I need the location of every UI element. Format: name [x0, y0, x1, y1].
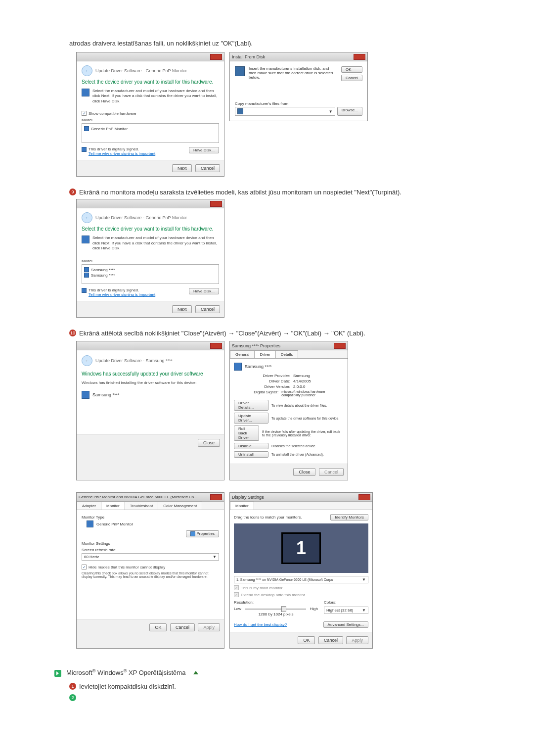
model-item[interactable]: Generic PnP Monitor	[91, 127, 128, 131]
footer: OK Cancel Apply	[230, 632, 372, 648]
disk-icon	[237, 108, 243, 114]
model-item[interactable]: Samsung ****	[91, 268, 115, 272]
titlebar: Display Settings	[230, 493, 372, 502]
back-icon[interactable]: ←	[82, 212, 92, 223]
signing-link[interactable]: Tell me why driver signing is important	[89, 151, 155, 156]
tab-color[interactable]: Color Management	[158, 502, 202, 510]
signing-link[interactable]: Tell me why driver signing is important	[89, 292, 155, 297]
model-item[interactable]: Samsung ****	[91, 273, 115, 278]
up-arrow-icon[interactable]	[193, 671, 198, 674]
row-1: ← Update Driver Software - Generic PnP M…	[76, 52, 465, 177]
resolution-slider[interactable]	[245, 609, 306, 610]
uninstall-button[interactable]: Uninstall	[234, 451, 268, 458]
properties-button[interactable]: Properties	[186, 530, 219, 537]
copy-from-label: Copy manufacturer's files from:	[235, 101, 362, 106]
monitor-1-icon[interactable]: 1	[281, 532, 321, 564]
device-icon	[82, 236, 89, 243]
provider-label: Driver Provider:	[234, 374, 293, 378]
extend-label: Extend the desktop onto this monitor	[241, 593, 305, 597]
close-icon[interactable]	[354, 54, 365, 60]
apply-button: Apply	[198, 623, 220, 631]
breadcrumb: Update Driver Software - Samsung ****	[95, 358, 173, 363]
device-icon	[82, 89, 89, 96]
rollback-desc: If the device fails after updating the d…	[262, 430, 344, 437]
model-list[interactable]: Samsung **** Samsung ****	[82, 264, 219, 284]
shield-icon	[190, 531, 195, 536]
advanced-button[interactable]: Advanced Settings...	[323, 621, 368, 628]
close-icon[interactable]	[210, 494, 222, 500]
extend-check: ✓ Extend the desktop onto this monitor	[234, 592, 368, 597]
ok-button[interactable]: OK	[298, 636, 315, 644]
device-name: Samsung ****	[92, 392, 120, 397]
have-disk-button[interactable]: Have Disk...	[189, 288, 219, 294]
path-combo[interactable]: ▼	[235, 107, 335, 116]
rollback-button[interactable]: Roll Back Driver	[234, 425, 259, 441]
tab-general[interactable]: General	[230, 350, 255, 358]
cancel-button[interactable]: Cancel	[170, 623, 195, 631]
monitor-select[interactable]: 1. Samsung **** on NVIDIA GeForce 6600 L…	[234, 576, 368, 583]
close-icon[interactable]	[210, 343, 222, 349]
close-icon[interactable]	[210, 54, 222, 60]
close-icon[interactable]	[334, 343, 346, 349]
close-button[interactable]: Close	[198, 439, 220, 447]
driver-details-button[interactable]: Driver Details...	[234, 400, 268, 411]
chevron-down-icon[interactable]: ▼	[362, 577, 366, 582]
ok-button[interactable]: OK	[149, 623, 167, 631]
tab-adapter[interactable]: Adapter	[77, 502, 101, 510]
version-label: Driver Version:	[234, 384, 293, 389]
monitor-preview[interactable]: 1	[234, 523, 368, 573]
close-icon[interactable]	[210, 201, 222, 207]
resolution-value: 1280 by 1024 pixels	[234, 612, 318, 616]
slider-thumb[interactable]	[281, 606, 286, 612]
wizard-subtext: Select the manufacturer and model of you…	[92, 89, 219, 104]
titlebar	[77, 199, 224, 208]
drag-text: Drag the icons to match your monitors.	[234, 515, 302, 520]
cancel-button[interactable]: Cancel	[195, 164, 220, 172]
cancel-button[interactable]: Cancel	[195, 305, 220, 313]
tab-troubleshoot[interactable]: Troubleshoot	[125, 502, 158, 510]
window-title: Display Settings	[232, 495, 264, 500]
shield-icon	[84, 267, 89, 272]
chevron-down-icon[interactable]: ▼	[213, 555, 217, 559]
tab-details[interactable]: Details	[275, 350, 298, 358]
cancel-button[interactable]: Cancel	[318, 636, 343, 644]
next-button[interactable]: Next	[172, 164, 192, 172]
back-icon[interactable]: ←	[82, 65, 92, 76]
signer-value: microsoft windows hardware compatibility…	[281, 390, 344, 397]
colors-combo[interactable]: Highest (32 bit) ▼	[324, 607, 368, 614]
refresh-combo[interactable]: 60 Hertz ▼	[82, 553, 219, 561]
uninstall-desc: To uninstall the driver (Advanced).	[271, 453, 324, 456]
cancel-button[interactable]: Cancel	[341, 75, 362, 81]
browse-button[interactable]: Browse...	[337, 107, 362, 116]
success-sub: Windows has finished installing the driv…	[82, 380, 219, 385]
best-display-link[interactable]: How do I get the best display?	[234, 622, 287, 627]
monitor-select-value: 1. Samsung **** on NVIDIA GeForce 6600 L…	[236, 578, 333, 581]
footer: Close Cancel	[230, 464, 348, 480]
chevron-down-icon[interactable]: ▼	[362, 608, 366, 613]
update-driver-button[interactable]: Update Driver...	[234, 413, 268, 424]
next-button[interactable]: Next	[172, 305, 192, 313]
tab-monitor[interactable]: Monitor	[101, 502, 125, 510]
close-button[interactable]: Close	[293, 468, 315, 476]
monitor-settings-label: Monitor Settings	[82, 541, 219, 546]
tab-driver[interactable]: Driver	[254, 350, 275, 358]
show-compatible-check[interactable]: ✓ Show compatible hardware	[82, 111, 219, 116]
apply-button: Apply	[346, 636, 368, 644]
ok-button[interactable]: OK	[341, 66, 362, 73]
model-list[interactable]: Generic PnP Monitor	[82, 123, 219, 143]
have-disk-button[interactable]: Have Disk...	[189, 147, 219, 153]
step-9-bullet: 9	[69, 189, 76, 195]
tabbar: General Driver Details	[230, 350, 348, 359]
shield-icon	[84, 273, 89, 278]
main-monitor-check: ✓ This is my main monitor	[234, 585, 368, 590]
disable-button[interactable]: Disable	[234, 443, 268, 449]
hide-modes-desc: Clearing this check box allows you to se…	[82, 571, 219, 578]
close-icon[interactable]	[358, 494, 370, 500]
tab-monitor[interactable]: Monitor	[230, 502, 254, 510]
hide-modes-check[interactable]: ✓ Hide modes that this monitor cannot di…	[82, 565, 219, 569]
identify-button[interactable]: Identify Monitors	[330, 514, 368, 520]
tabbar: Adapter Monitor Troubleshoot Color Manag…	[77, 502, 224, 510]
chevron-down-icon[interactable]: ▼	[329, 109, 333, 114]
disable-desc: Disables the selected device.	[271, 444, 316, 448]
titlebar: Install From Disk	[230, 52, 367, 61]
